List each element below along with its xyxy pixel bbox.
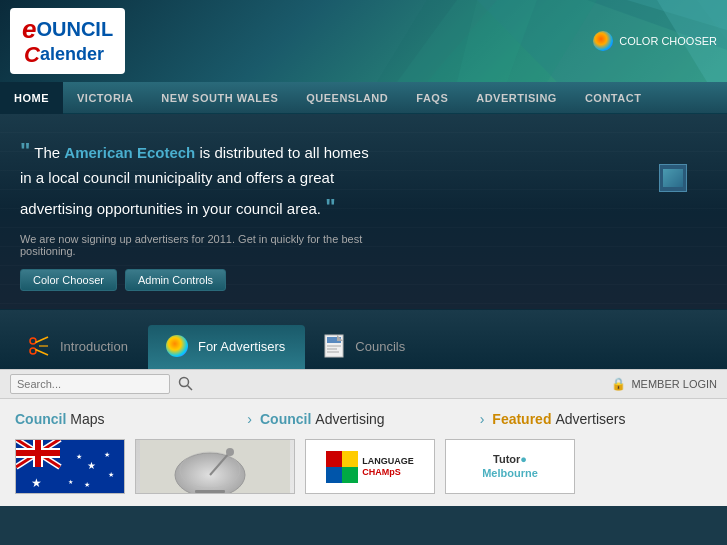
header: e OUNCIL C alender COLOR CHOOSER bbox=[0, 0, 727, 82]
council-maps-suffix: Maps bbox=[70, 411, 104, 427]
tab-introduction-label: Introduction bbox=[60, 339, 128, 354]
search-bar: 🔒 MEMBER LOGIN bbox=[0, 369, 727, 399]
svg-point-42 bbox=[226, 448, 234, 456]
hero-quote-start: The bbox=[34, 144, 64, 161]
svg-text:★: ★ bbox=[84, 481, 90, 488]
featured-advertisers-highlight: Featured bbox=[492, 411, 551, 427]
australia-flag-image: ★ ★ ★ ★ ★ ★ ★ bbox=[15, 439, 125, 494]
quote-mark-close: " bbox=[325, 194, 335, 219]
svg-point-39 bbox=[175, 453, 245, 493]
svg-point-8 bbox=[30, 338, 36, 344]
svg-rect-30 bbox=[16, 450, 60, 456]
nav-item-victoria[interactable]: VICTORIA bbox=[63, 82, 147, 114]
flag-graphic: ★ ★ ★ ★ ★ ★ ★ bbox=[16, 439, 124, 494]
svg-line-11 bbox=[36, 350, 49, 356]
nav-item-advertising[interactable]: ADVERTISING bbox=[462, 82, 571, 114]
nav-item-contact[interactable]: CONTACT bbox=[571, 82, 655, 114]
svg-rect-17 bbox=[327, 351, 339, 353]
document-icon bbox=[321, 333, 347, 359]
hero-section: " The American Ecotech is distributed to… bbox=[0, 114, 727, 309]
navigation: HOME VICTORIA NEW SOUTH WALES QUEENSLAND… bbox=[0, 82, 727, 114]
hero-subtext: We are now signing up advertisers for 20… bbox=[20, 233, 400, 257]
nav-item-queensland[interactable]: QUEENSLAND bbox=[292, 82, 402, 114]
svg-rect-15 bbox=[327, 345, 341, 347]
color-chooser-button[interactable]: COLOR CHOOSER bbox=[593, 31, 717, 51]
tab-introduction[interactable]: Introduction bbox=[10, 325, 148, 369]
logo-e-letter: e bbox=[22, 16, 36, 43]
nav-item-home[interactable]: HOME bbox=[0, 82, 63, 114]
council-advertising-highlight: Council bbox=[260, 411, 311, 427]
svg-rect-44 bbox=[195, 490, 225, 493]
tab-for-advertisers[interactable]: For Advertisers bbox=[148, 325, 305, 369]
tutor-melbourne-image: Tutor● Melbourne bbox=[445, 439, 575, 494]
svg-rect-16 bbox=[327, 348, 337, 350]
svg-line-20 bbox=[188, 386, 193, 391]
tab-for-advertisers-label: For Advertisers bbox=[198, 339, 285, 354]
logo-council: OUNCIL bbox=[36, 19, 113, 40]
language-champs-text: LANGUAGECHAMpS bbox=[362, 456, 414, 478]
council-maps-highlight: Council bbox=[15, 411, 66, 427]
search-button[interactable] bbox=[176, 374, 196, 394]
council-advertising-heading: › Council Advertising bbox=[247, 411, 479, 427]
content-headings: Council Maps › Council Advertising › Fea… bbox=[15, 411, 712, 427]
scissors-icon bbox=[26, 333, 52, 359]
council-maps-heading: Council Maps bbox=[15, 411, 247, 427]
satellite-dish-image bbox=[135, 439, 295, 494]
svg-text:★: ★ bbox=[31, 476, 42, 490]
svg-point-19 bbox=[180, 378, 189, 387]
member-login-label: MEMBER LOGIN bbox=[631, 378, 717, 390]
logo[interactable]: e OUNCIL C alender bbox=[10, 8, 125, 74]
color-chooser-hero-button[interactable]: Color Chooser bbox=[20, 269, 117, 291]
tutor-logo-graphic: Tutor● Melbourne bbox=[446, 440, 574, 493]
logo-box: e OUNCIL C alender bbox=[10, 8, 125, 74]
hero-small-image bbox=[659, 164, 687, 192]
color-chooser-label: COLOR CHOOSER bbox=[619, 35, 717, 47]
language-logo-graphic: LANGUAGECHAMpS bbox=[306, 440, 434, 493]
globe-icon bbox=[164, 333, 190, 359]
search-input[interactable] bbox=[10, 374, 170, 394]
lang-cell-blue bbox=[326, 467, 342, 483]
lock-icon: 🔒 bbox=[611, 377, 626, 391]
tab-councils[interactable]: Councils bbox=[305, 325, 425, 369]
color-chooser-icon bbox=[593, 31, 613, 51]
nav-item-faqs[interactable]: FAQS bbox=[402, 82, 462, 114]
logo-alender: alender bbox=[40, 45, 104, 64]
svg-text:★: ★ bbox=[68, 479, 73, 485]
admin-controls-button[interactable]: Admin Controls bbox=[125, 269, 226, 291]
svg-text:★: ★ bbox=[87, 460, 96, 471]
language-champs-image: LANGUAGECHAMpS bbox=[305, 439, 435, 494]
nav-item-nsw[interactable]: NEW SOUTH WALES bbox=[147, 82, 292, 114]
svg-text:★: ★ bbox=[104, 451, 110, 458]
dish-graphic bbox=[136, 440, 294, 493]
lang-cell-red bbox=[326, 451, 342, 467]
content-images: ★ ★ ★ ★ ★ ★ ★ bbox=[15, 439, 712, 494]
featured-arrow: › bbox=[480, 411, 485, 427]
quote-mark-open: " bbox=[20, 138, 30, 163]
logo-c-letter: C bbox=[24, 43, 40, 66]
lang-grid-icon bbox=[326, 451, 358, 483]
svg-line-10 bbox=[36, 337, 49, 343]
hero-quote: " The American Ecotech is distributed to… bbox=[20, 134, 430, 223]
lang-cell-green bbox=[342, 467, 358, 483]
tab-councils-label: Councils bbox=[355, 339, 405, 354]
hero-buttons: Color Chooser Admin Controls bbox=[20, 269, 707, 291]
council-advertising-arrow: › bbox=[247, 411, 252, 427]
svg-text:★: ★ bbox=[108, 471, 114, 478]
lang-cell-yellow bbox=[342, 451, 358, 467]
council-advertising-suffix: Advertising bbox=[315, 411, 384, 427]
hero-highlight: American Ecotech bbox=[64, 144, 195, 161]
tutor-logo-content: Tutor● Melbourne bbox=[482, 453, 538, 479]
svg-point-9 bbox=[30, 348, 36, 354]
tabs-bar: Introduction For Advertisers Councils bbox=[0, 309, 727, 369]
tutor-text: Tutor● Melbourne bbox=[482, 453, 538, 479]
content-area: Council Maps › Council Advertising › Fea… bbox=[0, 399, 727, 506]
featured-advertisers-heading: › Featured Advertisers bbox=[480, 411, 712, 427]
svg-text:★: ★ bbox=[76, 453, 82, 460]
featured-advertisers-suffix: Advertisers bbox=[555, 411, 625, 427]
member-login-button[interactable]: 🔒 MEMBER LOGIN bbox=[611, 377, 717, 391]
